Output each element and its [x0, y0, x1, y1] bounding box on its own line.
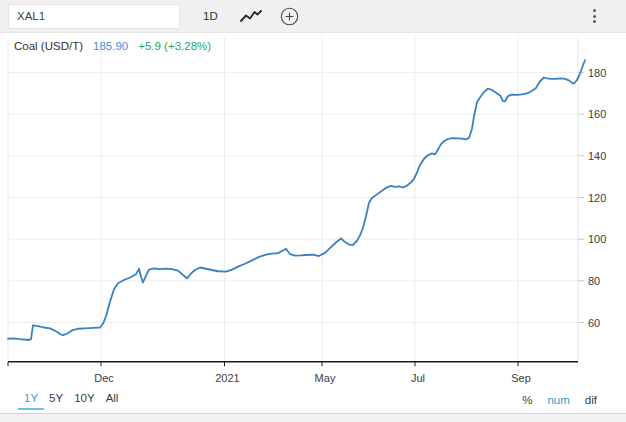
chart-header: Coal (USD/T) 185.90 +5.9 (+3.28%): [14, 40, 211, 52]
y-axis-label: 140: [588, 150, 606, 162]
mode-selector: % num dif: [522, 394, 626, 406]
top-toolbar: 1D: [0, 0, 626, 33]
interval-button[interactable]: 1D: [203, 10, 218, 22]
plus-circle-icon: [280, 7, 299, 26]
add-indicator-button[interactable]: [280, 7, 299, 26]
mode-num[interactable]: num: [547, 394, 569, 406]
kebab-dot: [593, 9, 596, 12]
y-axis-label: 120: [588, 192, 606, 204]
y-axis-label: 180: [588, 67, 606, 79]
y-axis-label: 60: [588, 317, 600, 329]
line-chart-icon: [240, 9, 262, 24]
chart-region: 6080100120140160180Dec2021MayJulSep Coal…: [0, 33, 626, 386]
price-change: +5.9 (+3.28%): [138, 40, 211, 52]
instrument-title: Coal (USD/T): [14, 40, 83, 52]
kebab-dot: [593, 15, 596, 18]
y-axis-label: 80: [588, 275, 600, 287]
x-axis-label: May: [315, 372, 336, 384]
range-5y[interactable]: 5Y: [49, 389, 63, 411]
y-axis-label: 100: [588, 233, 606, 245]
chart-type-button[interactable]: [240, 9, 262, 24]
mode-percent[interactable]: %: [522, 394, 532, 406]
price-chart-widget: 1D 6080100120140160180Dec2021MayJulSep C…: [0, 0, 626, 414]
range-1y[interactable]: 1Y: [24, 389, 38, 411]
x-axis-label: Dec: [94, 372, 114, 384]
range-10y[interactable]: 10Y: [74, 389, 94, 411]
symbol-input[interactable]: [8, 4, 180, 29]
mode-dif[interactable]: dif: [585, 394, 597, 406]
price-line: [8, 60, 585, 340]
bottom-toolbar: 1Y 5Y 10Y All % num dif: [0, 386, 626, 413]
x-axis-label: Jul: [411, 372, 425, 384]
price-chart-svg[interactable]: 6080100120140160180Dec2021MayJulSep: [0, 33, 626, 386]
last-price: 185.90: [93, 40, 128, 52]
x-axis-label: 2021: [215, 372, 239, 384]
menu-button[interactable]: [593, 9, 596, 23]
kebab-dot: [593, 20, 596, 23]
x-axis-label: Sep: [511, 372, 531, 384]
range-selector: 1Y 5Y 10Y All: [0, 389, 118, 411]
range-all[interactable]: All: [106, 389, 119, 411]
y-axis-label: 160: [588, 108, 606, 120]
